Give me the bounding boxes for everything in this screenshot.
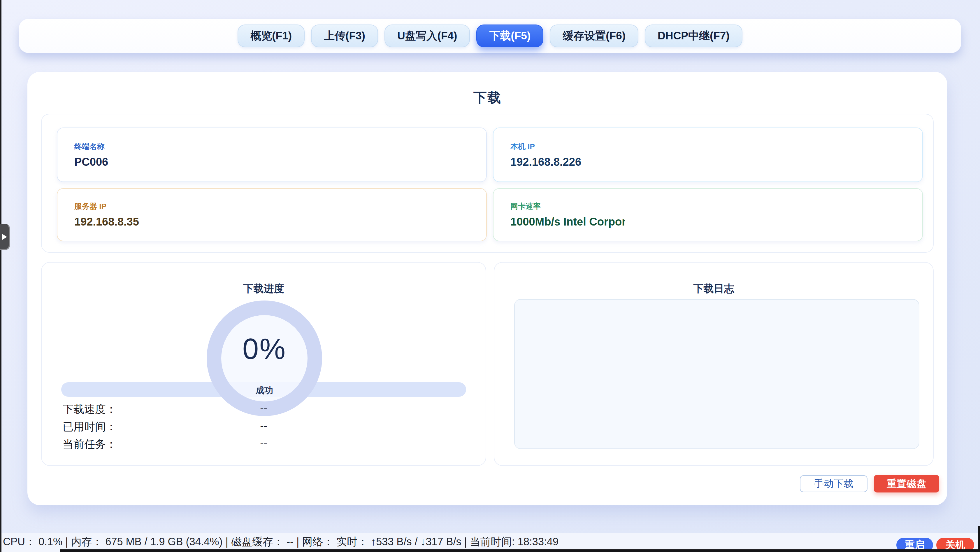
progress-status-label: 成功: [207, 384, 322, 397]
download-progress-panel: 下载进度 0% 成功 下载速度： -- 已用时间： -- 当前任务： --: [41, 262, 486, 466]
current-task-value: --: [260, 437, 267, 449]
progress-panel-title: 下载进度: [42, 282, 486, 295]
local-ip-label: 本机 IP: [511, 142, 922, 152]
log-panel-title: 下载日志: [494, 282, 933, 295]
terminal-name-value: PC006: [74, 156, 486, 168]
main-panel: 下载 终端名称 PC006 本机 IP 192.168.8.226 服务器 IP…: [27, 72, 947, 505]
info-card-local-ip: 本机 IP 192.168.8.226: [493, 128, 923, 182]
page-title: 下载: [27, 89, 947, 107]
tab-cache-settings[interactable]: 缓存设置(F6): [550, 24, 638, 47]
terminal-name-label: 终端名称: [74, 142, 486, 152]
tab-bar: 概览(F1) 上传(F3) U盘写入(F4) 下载(F5) 缓存设置(F6) D…: [19, 19, 961, 53]
download-speed-label: 下载速度：: [63, 402, 116, 416]
download-log-panel: 下载日志: [494, 262, 934, 466]
tab-download[interactable]: 下载(F5): [476, 24, 543, 47]
info-card-group: 终端名称 PC006 本机 IP 192.168.8.226 服务器 IP 19…: [41, 114, 934, 253]
system-status-text: CPU： 0.1% | 内存： 675 MB / 1.9 GB (34.4%) …: [3, 533, 558, 551]
progress-percent: 0%: [207, 332, 322, 365]
log-output-box[interactable]: [514, 299, 920, 449]
manual-download-button[interactable]: 手动下载: [800, 475, 867, 492]
screen: 概览(F1) 上传(F3) U盘写入(F4) 下载(F5) 缓存设置(F6) D…: [0, 0, 980, 552]
stat-elapsed-time: 已用时间： --: [42, 417, 486, 435]
tab-upload[interactable]: 上传(F3): [311, 24, 378, 47]
screen-edge-right: [978, 526, 980, 552]
screen-edge-left: [0, 0, 2, 552]
nic-speed-value: 1000Mb/s Intel Corporation: [511, 215, 625, 228]
info-card-server-ip: 服务器 IP 192.168.8.35: [57, 188, 487, 241]
side-drawer-handle[interactable]: [0, 224, 10, 250]
stat-download-speed: 下载速度： --: [42, 400, 486, 417]
screen-edge-bottom: [60, 549, 980, 552]
current-task-label: 当前任务：: [63, 437, 116, 451]
stat-current-task: 当前任务： --: [42, 435, 486, 452]
server-ip-label: 服务器 IP: [74, 201, 486, 212]
reset-disk-button[interactable]: 重置磁盘: [874, 475, 939, 493]
action-button-row: 手动下载 重置磁盘: [800, 475, 939, 493]
elapsed-time-label: 已用时间：: [63, 420, 116, 434]
download-speed-value: --: [260, 402, 267, 414]
info-card-nic-speed: 网卡速率 1000Mb/s Intel Corporation: [493, 188, 923, 241]
info-card-terminal-name: 终端名称 PC006: [57, 128, 487, 182]
local-ip-value: 192.168.8.226: [511, 156, 922, 168]
tab-usb-write[interactable]: U盘写入(F4): [385, 24, 470, 47]
nic-speed-label: 网卡速率: [511, 201, 922, 212]
tab-dhcp-relay[interactable]: DHCP中继(F7): [645, 24, 743, 47]
tab-overview[interactable]: 概览(F1): [237, 24, 305, 47]
chevron-right-icon: [2, 234, 7, 240]
server-ip-value: 192.168.8.35: [74, 215, 486, 228]
elapsed-time-value: --: [260, 420, 267, 432]
